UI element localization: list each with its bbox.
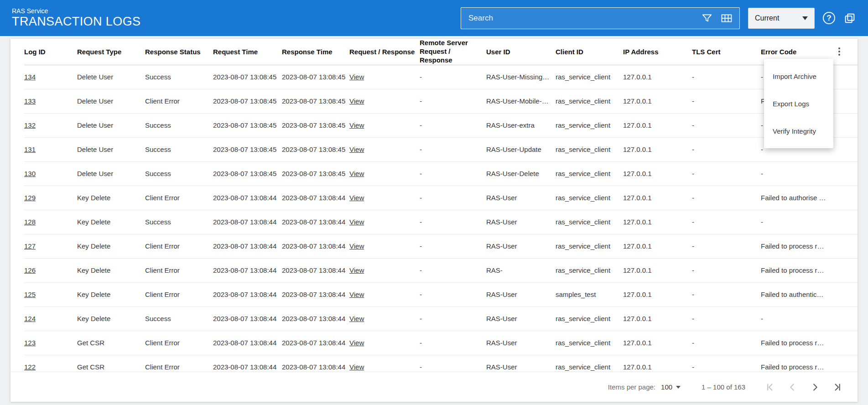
view-link[interactable]: View [349,121,364,129]
log-id-link[interactable]: 129 [24,194,36,202]
cell-user-id: RAS-User-Mobile-… [486,89,556,113]
log-id-link[interactable]: 134 [24,73,36,81]
cell-actions [833,161,858,186]
cell-remote-server: - [420,234,486,258]
cell-remote-server: - [420,137,486,161]
cell-actions [833,137,858,161]
previous-page-button[interactable] [783,378,801,396]
table-row: 126 Key Delete Client Error 2023-08-07 1… [24,258,858,282]
menu-item-verify-integrity[interactable]: Verify Integrity [764,117,833,145]
view-link[interactable]: View [349,315,364,322]
view-select[interactable]: Current [748,8,815,29]
cell-response-time: 2023-08-07 13:08:45 [282,161,349,186]
cell-request-type: Key Delete [77,186,145,210]
last-page-button[interactable] [829,378,847,396]
cell-request-response: View [349,113,420,137]
cell-actions [833,65,858,89]
cell-log-id: 124 [24,306,77,331]
view-link[interactable]: View [349,266,364,274]
column-chooser-icon[interactable] [720,12,733,25]
cell-response-status: Success [145,113,213,137]
table-row: 124 Key Delete Success 2023-08-07 13:08:… [24,306,858,331]
cell-user-id: RAS-User-Missing… [486,65,556,89]
cell-request-time: 2023-08-07 13:08:45 [213,65,282,89]
log-id-link[interactable]: 131 [24,145,36,153]
transaction-logs-card: Log ID Request Type Response Status Requ… [10,39,858,402]
items-per-page-value: 100 [661,383,672,391]
view-link[interactable]: View [349,170,364,177]
cell-request-time: 2023-08-07 13:08:44 [213,258,282,282]
cell-client-id: ras_service_client [556,113,623,137]
cell-ip-address: 127.0.0.1 [623,258,692,282]
items-per-page-select[interactable]: 100 [661,383,681,391]
search-box [461,7,740,29]
first-page-button[interactable] [760,378,779,396]
filter-icon[interactable] [701,12,713,24]
log-id-link[interactable]: 130 [24,170,36,177]
help-icon[interactable]: ? [823,12,835,24]
log-id-link[interactable]: 123 [24,339,36,347]
view-link[interactable]: View [349,194,364,202]
log-id-link[interactable]: 122 [24,363,36,371]
table-row: 132 Delete User Success 2023-08-07 13:08… [24,113,858,137]
cell-error-code: Failed to process r… [761,331,833,355]
cell-ip-address: 127.0.0.1 [623,210,692,234]
cell-error-code: Failed to process r… [761,258,833,282]
cell-user-id: RAS-User [486,210,556,234]
cell-actions [833,210,858,234]
cell-actions [833,355,858,372]
cell-request-type: Get CSR [77,331,145,355]
page-title: TRANSACTION LOGS [12,15,140,29]
cell-ip-address: 127.0.0.1 [623,89,692,113]
log-id-link[interactable]: 125 [24,291,36,298]
cell-tls-cert: - [692,65,761,89]
cell-request-response: View [349,306,420,331]
view-link[interactable]: View [349,291,364,298]
range-label: 1 – 100 of 163 [702,383,745,391]
cell-response-time: 2023-08-07 13:08:44 [282,282,349,306]
log-id-link[interactable]: 128 [24,218,36,226]
table-row: 125 Key Delete Client Error 2023-08-07 1… [24,282,858,306]
cell-error-code: Failed to authentic… [761,282,833,306]
cell-log-id: 132 [24,113,77,137]
kebab-menu-icon[interactable] [833,45,846,58]
view-link[interactable]: View [349,339,364,347]
log-id-link[interactable]: 132 [24,121,36,129]
col-request-response: Request / Response [349,39,420,65]
log-id-link[interactable]: 124 [24,315,36,322]
log-id-link[interactable]: 127 [24,242,36,250]
cell-ip-address: 127.0.0.1 [623,186,692,210]
duplicate-window-icon[interactable] [843,12,856,25]
cell-response-time: 2023-08-07 13:08:45 [282,89,349,113]
cell-request-time: 2023-08-07 13:08:44 [213,186,282,210]
view-link[interactable]: View [349,242,364,250]
view-link[interactable]: View [349,145,364,153]
cell-tls-cert: - [692,161,761,186]
log-id-link[interactable]: 126 [24,266,36,274]
cell-request-type: Delete User [77,65,145,89]
cell-request-response: View [349,89,420,113]
search-input[interactable] [468,13,694,23]
app-name: RAS Service [12,7,140,15]
view-link[interactable]: View [349,73,364,81]
view-link[interactable]: View [349,218,364,226]
cell-request-time: 2023-08-07 13:08:45 [213,161,282,186]
cell-ip-address: 127.0.0.1 [623,234,692,258]
log-id-link[interactable]: 133 [24,97,36,105]
view-link[interactable]: View [349,97,364,105]
cell-response-time: 2023-08-07 13:08:44 [282,234,349,258]
next-page-button[interactable] [806,378,824,396]
cell-response-time: 2023-08-07 13:08:44 [282,258,349,282]
cell-actions [833,306,858,331]
menu-item-import-archive[interactable]: Import Archive [764,62,833,90]
view-link[interactable]: View [349,363,364,371]
cell-ip-address: 127.0.0.1 [623,306,692,331]
cell-log-id: 122 [24,355,77,372]
cell-remote-server: - [420,282,486,306]
cell-request-type: Key Delete [77,210,145,234]
cell-request-response: View [349,258,420,282]
cell-ip-address: 127.0.0.1 [623,355,692,372]
bar-right: Current ? [461,7,856,29]
cell-actions [833,89,858,113]
menu-item-export-logs[interactable]: Export Logs [764,90,833,117]
